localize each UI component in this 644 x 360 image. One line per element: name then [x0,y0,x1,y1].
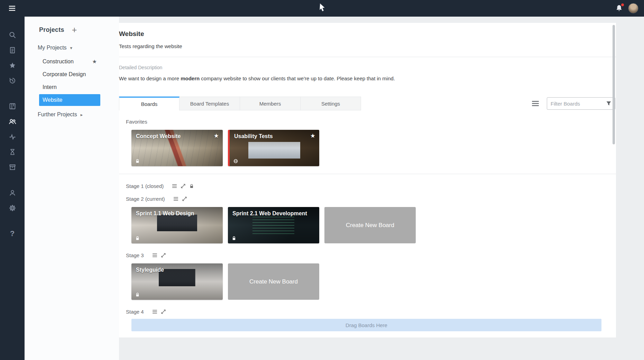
stage-1-label: Stage 1 (closed) [126,183,164,189]
project-list: Construction ★ Corporate Design Intern W… [25,56,119,106]
star-icon[interactable] [7,60,18,71]
board-title: Styleguide [136,267,164,273]
view-options-icon[interactable] [532,100,539,107]
stage-1-header: Stage 1 (closed) [126,183,616,189]
page-subtitle: Tests regarding the website [119,43,616,49]
boards-toolbar: Boards Board Templates Members Settings [119,97,616,110]
activity-icon[interactable] [7,132,18,142]
menu-toggle-button[interactable] [8,4,16,12]
board-card-concept-website[interactable]: Concept Website ★ [131,130,223,166]
board-title: Usability Tests [234,133,273,140]
filter-funnel-icon [606,101,611,106]
project-item-label: Intern [43,84,97,90]
board-card-sprint-2-1[interactable]: Sprint 2.1 Web Development [228,207,319,243]
notifications-button[interactable] [615,4,623,12]
favorites-label: Favorites [126,119,616,125]
create-new-board-button[interactable]: Create New Board [324,207,416,243]
page-title: Website [119,30,616,38]
icon-rail: ? [0,17,25,360]
my-projects-toggle[interactable]: My Projects ▾ [38,45,119,51]
stage-3-header: Stage 3 [126,252,616,258]
user-avatar[interactable] [628,3,638,14]
create-new-board-label: Create New Board [346,222,394,229]
board-title: Sprint 2.1 Web Development [232,210,307,217]
filter-box [547,97,615,110]
description-pre: We want to design a more [119,75,181,81]
stage-expand-icon[interactable] [161,253,166,258]
board-card-styleguide[interactable]: Styleguide [131,263,223,300]
stage-3-cards: Styleguide Create New Board [131,263,616,300]
globe-icon [233,159,238,163]
stage-menu-icon[interactable] [172,183,177,189]
my-projects-label: My Projects [38,45,67,51]
members-icon[interactable] [7,116,18,127]
project-item-intern[interactable]: Intern [39,81,100,93]
project-item-construction[interactable]: Construction ★ [39,56,100,68]
favorite-star-icon[interactable]: ★ [310,132,315,140]
description-text: We want to design a more modern company … [119,75,616,81]
create-new-board-button[interactable]: Create New Board [228,263,319,300]
tab-board-templates[interactable]: Board Templates [180,97,240,110]
stage-menu-icon[interactable] [152,253,157,258]
project-item-label: Construction [43,58,92,65]
chevron-right-icon: ▸ [81,112,83,117]
app-logo-icon[interactable] [318,3,326,13]
tab-settings[interactable]: Settings [301,97,361,110]
search-icon[interactable] [7,30,18,40]
filter-boards-input[interactable] [551,101,606,107]
stage-expand-icon[interactable] [181,183,186,189]
help-icon[interactable]: ? [7,228,18,239]
topbar-actions [615,3,638,14]
main-area: Website Tests regarding the website Deta… [119,17,644,360]
scrollbar[interactable] [613,25,615,144]
board-card-sprint-1-1[interactable]: Sprint 1.1 Web Design [131,207,223,243]
lock-icon [135,292,140,297]
profile-icon[interactable] [7,188,18,198]
stage-expand-icon[interactable] [161,309,166,314]
stage-expand-icon[interactable] [182,196,187,201]
help-glyph: ? [10,229,15,238]
tab-boards[interactable]: Boards [119,97,180,110]
description-post: company website to show our clients that… [200,75,395,81]
project-detail-panel: Website Tests regarding the website Deta… [119,23,616,338]
project-item-label: Corporate Design [43,71,97,78]
stage-menu-icon[interactable] [173,196,178,201]
favorite-star-icon[interactable]: ★ [214,132,219,140]
stage-2-cards: Sprint 1.1 Web Design Sprint 2.1 Web Dev… [131,207,616,243]
archive-icon[interactable] [7,162,18,172]
project-item-corporate-design[interactable]: Corporate Design [39,69,100,80]
document-icon[interactable] [7,45,18,55]
further-projects-toggle[interactable]: Further Projects ▸ [38,111,119,118]
create-new-board-label: Create New Board [249,278,298,285]
history-icon[interactable] [7,75,18,86]
tab-members[interactable]: Members [240,97,301,110]
description-label: Detailed Description [119,65,616,70]
notification-badge [620,3,625,7]
hamburger-icon [8,4,16,12]
settings-gear-icon[interactable] [7,203,18,213]
board-title: Sprint 1.1 Web Design [136,210,194,217]
hourglass-icon[interactable] [7,147,18,157]
stage-2-header: Stage 2 (current) [126,196,616,202]
board-card-usability-tests[interactable]: Usability Tests ★ [228,130,319,166]
lock-icon [135,159,140,163]
chevron-down-icon: ▾ [70,45,73,51]
divider [119,57,616,57]
favorites-cards: Concept Website ★ Usability Tests ★ [131,130,616,166]
divider [119,174,616,174]
board-title: Concept Website [136,133,181,140]
stage-4-label: Stage 4 [126,309,144,315]
project-item-website[interactable]: Website [39,94,100,106]
projects-panel: Projects + My Projects ▾ Construction ★ … [25,17,119,360]
stage-2-label: Stage 2 (current) [126,196,165,202]
add-project-button[interactable]: + [72,26,77,34]
boards-icon[interactable] [7,101,18,111]
stage-3-label: Stage 3 [126,252,144,258]
drag-boards-dropzone[interactable]: Drag Boards Here [131,319,601,331]
projects-title: Projects [39,26,64,34]
stage-lock-icon [189,184,194,189]
tab-bar: Boards Board Templates Members Settings [119,97,361,110]
favorite-star-icon[interactable]: ★ [92,58,97,65]
description-bold: modern [181,75,200,81]
stage-menu-icon[interactable] [152,309,157,314]
